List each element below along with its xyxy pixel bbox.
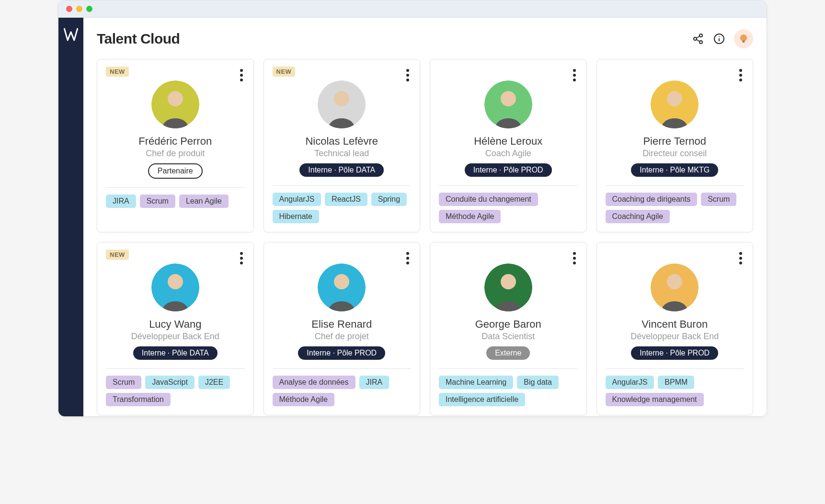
skill-tag[interactable]: ReactJS [325, 193, 367, 206]
divider [439, 185, 578, 186]
new-badge: NEW [273, 67, 296, 77]
skill-tag[interactable]: Coaching Agile [606, 210, 670, 223]
skill-tag[interactable]: Analyse de données [273, 376, 355, 389]
affiliation-badge: Interne · Pôle DATA [299, 163, 384, 177]
skill-tag[interactable]: Spring [371, 193, 407, 206]
svg-point-1 [694, 37, 697, 40]
talent-role: Développeur Back End [606, 332, 745, 342]
info-button[interactable] [713, 33, 725, 45]
svg-point-23 [501, 274, 516, 289]
talent-card[interactable]: Elise RenardChef de projetInterne · Pôle… [264, 242, 421, 415]
talent-card[interactable]: Pierre TernodDirecteur conseilInterne · … [596, 59, 754, 232]
avatar-wrap [606, 263, 745, 311]
more-options-icon[interactable] [238, 67, 245, 83]
skill-tag[interactable]: Knowledge management [606, 393, 704, 406]
more-options-icon[interactable] [404, 250, 411, 266]
skill-tag[interactable]: Scrum [140, 195, 175, 208]
svg-point-19 [168, 274, 183, 289]
maximize-window-button[interactable] [86, 6, 92, 12]
skill-tag[interactable]: Scrum [701, 193, 736, 206]
avatar [318, 80, 366, 128]
skill-tag[interactable]: JavaScript [145, 376, 195, 389]
skill-tag[interactable]: Lean Agile [179, 195, 229, 208]
svg-point-7 [719, 36, 720, 37]
talent-card[interactable]: Hélène LerouxCoach AgileInterne · Pôle P… [430, 59, 587, 232]
app-logo-icon[interactable] [63, 26, 79, 46]
avatar-wrap [273, 263, 412, 311]
skill-tag[interactable]: AngularJS [606, 376, 654, 389]
talent-role: Directeur conseil [606, 149, 745, 159]
avatar [151, 80, 199, 128]
affiliation-badge: Interne · Pôle MKTG [631, 163, 718, 177]
share-button[interactable] [692, 33, 704, 45]
talent-card[interactable]: NEWFrédéric PerronChef de produitPartena… [97, 59, 254, 232]
page-header: Talent Cloud [97, 29, 753, 48]
talent-name: Frédéric Perron [106, 135, 245, 148]
minimize-window-button[interactable] [76, 6, 82, 12]
svg-point-25 [667, 274, 682, 289]
badge-row: Partenaire [106, 163, 245, 179]
badge-row: Interne · Pôle PROD [606, 346, 745, 360]
tags: Coaching de dirigeantsScrumCoaching Agil… [606, 193, 745, 223]
talent-card[interactable]: NEWLucy WangDéveloppeur Back EndInterne … [97, 242, 254, 415]
skill-tag[interactable]: J2EE [198, 376, 230, 389]
badge-row: Interne · Pôle MKTG [606, 163, 745, 177]
skill-tag[interactable]: Conduite du changement [439, 193, 538, 206]
tags: Machine LearningBig dataIntelligence art… [439, 376, 578, 406]
new-badge: NEW [106, 67, 129, 77]
badge-row: Interne · Pôle PROD [439, 163, 578, 177]
talent-role: Coach Agile [439, 149, 578, 159]
talent-role: Développeur Back End [106, 332, 245, 342]
divider [273, 368, 412, 369]
skill-tag[interactable]: BPMM [658, 376, 694, 389]
badge-row: Interne · Pôle PROD [273, 346, 412, 360]
avatar [318, 263, 366, 311]
talent-name: Hélène Leroux [439, 135, 578, 148]
avatar-wrap [439, 263, 578, 311]
skill-tag[interactable]: Machine Learning [439, 376, 513, 389]
svg-point-21 [334, 274, 349, 289]
avatar-wrap [273, 80, 412, 128]
talent-name: Vincent Buron [606, 318, 745, 331]
avatar [484, 80, 532, 128]
affiliation-badge: Partenaire [148, 163, 203, 179]
skill-tag[interactable]: Scrum [106, 376, 141, 389]
tags: Analyse de donnéesJIRAMéthode Agile [273, 376, 412, 406]
page-title: Talent Cloud [97, 31, 180, 47]
skill-tag[interactable]: Coaching de dirigeants [606, 193, 698, 206]
more-options-icon[interactable] [238, 250, 245, 266]
talent-card[interactable]: Vincent BuronDéveloppeur Back EndInterne… [596, 242, 754, 415]
divider [106, 187, 245, 188]
svg-line-3 [697, 36, 700, 38]
skill-tag[interactable]: Méthode Agile [273, 393, 334, 406]
more-options-icon[interactable] [571, 250, 578, 266]
affiliation-badge: Externe [486, 346, 530, 360]
skill-tag[interactable]: AngularJS [273, 193, 321, 206]
skill-tag[interactable]: JIRA [359, 376, 390, 389]
divider [273, 185, 412, 186]
skill-tag[interactable]: JIRA [106, 195, 136, 208]
avatar [651, 80, 699, 128]
talent-card[interactable]: George BaronData ScientistExterneMachine… [430, 242, 587, 415]
titlebar [58, 0, 767, 18]
more-options-icon[interactable] [571, 67, 578, 83]
affiliation-badge: Interne · Pôle PROD [631, 346, 718, 360]
cards-grid: NEWFrédéric PerronChef de produitPartena… [97, 59, 753, 415]
more-options-icon[interactable] [737, 250, 744, 266]
svg-point-17 [667, 91, 682, 106]
badge-row: Externe [439, 346, 578, 360]
skill-tag[interactable]: Hibernate [273, 210, 319, 223]
badge-row: Interne · Pôle DATA [106, 346, 245, 360]
idea-button[interactable] [734, 29, 753, 48]
avatar-wrap [606, 80, 745, 128]
more-options-icon[interactable] [737, 67, 744, 83]
affiliation-badge: Interne · Pôle PROD [465, 163, 552, 177]
close-window-button[interactable] [66, 6, 72, 12]
talent-card[interactable]: NEWNicolas LefèvreTechnical leadInterne … [264, 59, 421, 232]
skill-tag[interactable]: Intelligence artificielle [439, 393, 525, 406]
skill-tag[interactable]: Big data [517, 376, 559, 389]
skill-tag[interactable]: Méthode Agile [439, 210, 501, 223]
more-options-icon[interactable] [404, 67, 411, 83]
svg-point-0 [699, 34, 702, 37]
skill-tag[interactable]: Transformation [106, 393, 171, 406]
